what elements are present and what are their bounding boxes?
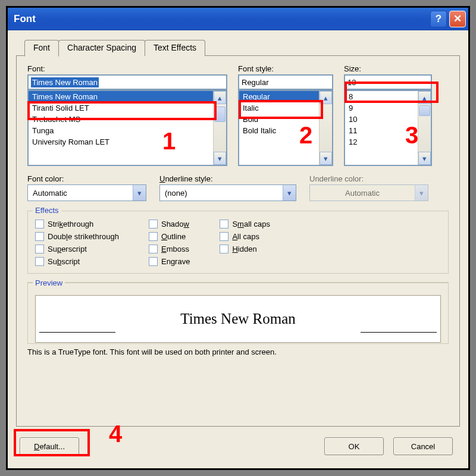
checkbox-double-strikethrough[interactable]: Double strikethrough	[35, 232, 119, 241]
scroll-down-icon[interactable]: ▾	[418, 152, 431, 165]
preview-area: Times New Roman	[35, 295, 441, 343]
checkbox-emboss[interactable]: Emboss	[149, 245, 190, 253]
list-item[interactable]: Bold	[239, 114, 332, 125]
chevron-down-icon: ▾	[415, 185, 428, 201]
checkbox-all-caps[interactable]: All caps	[220, 232, 270, 241]
checkbox-strikethrough[interactable]: Strikethrough	[35, 220, 119, 228]
checkbox-hidden[interactable]: Hidden	[220, 245, 270, 253]
tab-panel-font: Font: Times New Roman Times New Roman Ti…	[16, 55, 460, 427]
font-style-input[interactable]: Regular	[238, 74, 333, 90]
effects-group: Effects Strikethrough Double strikethrou…	[27, 211, 449, 274]
tab-text-effects[interactable]: Text Effects	[145, 40, 205, 56]
list-item[interactable]: Tunga	[29, 125, 226, 136]
font-color-label: Font color:	[27, 174, 146, 183]
underline-color-label: Underline color:	[309, 174, 428, 183]
chevron-down-icon[interactable]: ▾	[133, 185, 146, 201]
list-item[interactable]: Trebuchet MS	[29, 114, 226, 125]
preview-group: Preview Times New Roman	[27, 282, 449, 344]
preview-legend: Preview	[33, 278, 65, 287]
font-style-listbox[interactable]: Regular Italic Bold Bold Italic ▴ ▾	[238, 90, 333, 166]
tab-font[interactable]: Font	[24, 40, 59, 57]
font-input[interactable]: Times New Roman	[27, 74, 227, 90]
tab-character-spacing[interactable]: Character Spacing	[58, 40, 145, 56]
font-style-label: Font style:	[238, 64, 333, 73]
chevron-down-icon[interactable]: ▾	[283, 185, 296, 201]
list-item[interactable]: University Roman LET	[29, 136, 226, 148]
font-label: Font:	[27, 64, 227, 73]
font-listbox[interactable]: Times New Roman Tiranti Solid LET Trebuc…	[27, 90, 227, 166]
checkbox-shadow[interactable]: Shadow	[149, 220, 190, 228]
scroll-thumb[interactable]	[214, 107, 226, 122]
underline-style-label: Underline style:	[159, 174, 296, 183]
font-note: This is a TrueType font. This font will …	[27, 347, 449, 356]
scrollbar[interactable]: ▴ ▾	[319, 91, 332, 165]
size-input[interactable]: 13	[344, 74, 432, 90]
scroll-down-icon[interactable]: ▾	[214, 152, 226, 165]
scrollbar[interactable]: ▴ ▾	[213, 91, 226, 165]
list-item[interactable]: Times New Roman	[29, 91, 226, 102]
scroll-up-icon[interactable]: ▴	[418, 91, 431, 104]
size-label: Size:	[344, 64, 432, 73]
size-listbox[interactable]: 8 9 10 11 12 ▴ ▾	[344, 90, 432, 166]
default-button[interactable]: Default...	[20, 437, 79, 455]
scroll-down-icon[interactable]: ▾	[320, 152, 332, 165]
scrollbar[interactable]: ▴ ▾	[418, 91, 431, 165]
titlebar: Font ? ✕	[8, 8, 468, 30]
scroll-up-icon[interactable]: ▴	[320, 91, 332, 104]
checkbox-engrave[interactable]: Engrave	[149, 257, 190, 266]
close-button[interactable]: ✕	[449, 11, 466, 27]
list-item[interactable]: Italic	[239, 102, 332, 114]
list-item[interactable]: Bold Italic	[239, 125, 332, 136]
font-color-dropdown[interactable]: Automatic ▾	[27, 184, 146, 201]
checkbox-subscript[interactable]: Subscript	[35, 257, 119, 266]
checkbox-small-caps[interactable]: Small caps	[220, 220, 270, 228]
underline-style-dropdown[interactable]: (none) ▾	[159, 184, 296, 201]
scroll-thumb[interactable]	[419, 105, 430, 116]
help-button[interactable]: ?	[430, 11, 447, 27]
effects-legend: Effects	[33, 206, 61, 215]
window-title: Font	[10, 13, 428, 25]
checkbox-outline[interactable]: Outline	[149, 232, 190, 241]
scroll-up-icon[interactable]: ▴	[214, 91, 226, 104]
list-item[interactable]: Tiranti Solid LET	[29, 102, 226, 114]
underline-color-dropdown: Automatic ▾	[309, 184, 428, 201]
cancel-button[interactable]: Cancel	[393, 437, 453, 455]
checkbox-superscript[interactable]: Superscript	[35, 245, 119, 253]
list-item[interactable]: Regular	[239, 91, 332, 102]
preview-text: Times New Roman	[180, 311, 296, 327]
tab-strip: Font Character Spacing Text Effects	[24, 40, 205, 56]
ok-button[interactable]: OK	[324, 437, 384, 455]
